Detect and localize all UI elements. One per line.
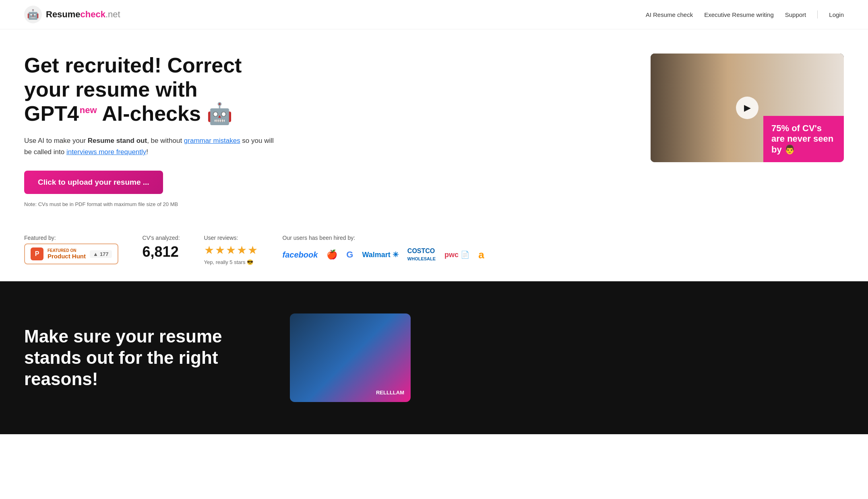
product-hunt-badge[interactable]: P FEATURED ON Product Hunt ▲ 177	[24, 243, 118, 264]
new-badge: new	[80, 105, 97, 115]
upload-resume-button[interactable]: Click to upload your resume ...	[24, 171, 163, 194]
cvs-count: 6,812	[143, 243, 180, 260]
amazon-logo: a	[478, 249, 484, 261]
featured-stat: Featured by: P FEATURED ON Product Hunt …	[24, 235, 118, 264]
nav-divider	[817, 10, 818, 19]
dark-section-image: RELLLLAM	[290, 313, 411, 402]
video-overlay-text: 75% of CV's are never seen by 👨	[763, 116, 844, 162]
apple-logo: 🍎	[327, 250, 337, 260]
hired-by-stat: Our users has been hired by: facebook 🍎 …	[283, 235, 484, 262]
logo-text: Resumecheck.net	[46, 9, 120, 20]
featured-label: Featured by:	[24, 235, 118, 241]
costco-logo: COSTCOWHOLESALE	[407, 247, 436, 262]
login-link[interactable]: Login	[829, 11, 844, 18]
google-logo: G	[346, 250, 353, 260]
hero-section: Get recruited! Correct your resume with …	[0, 29, 868, 223]
stars-note: Yep, really 5 stars 😎	[204, 259, 258, 265]
reviews-stat: User reviews: ★★★★★ Yep, really 5 stars …	[204, 235, 258, 265]
product-hunt-icon: P	[31, 247, 43, 260]
cvs-label: CV's analyzed:	[143, 235, 180, 241]
reviews-label: User reviews:	[204, 235, 258, 241]
stats-bar: Featured by: P FEATURED ON Product Hunt …	[0, 223, 868, 281]
star-rating: ★★★★★	[204, 243, 258, 257]
nav-links: AI Resume check Executive Resume writing…	[646, 10, 844, 19]
hero-title: Get recruited! Correct your resume with …	[24, 54, 274, 126]
dark-section: Make sure your resume stands out for the…	[0, 281, 868, 434]
pwc-logo: pwc 📄	[444, 250, 469, 259]
nav-ai-resume[interactable]: AI Resume check	[646, 11, 693, 18]
company-logos: facebook 🍎 G Walmart ✳ COSTCOWHOLESALE p…	[283, 247, 484, 262]
nav-support[interactable]: Support	[785, 11, 806, 18]
dark-section-title: Make sure your resume stands out for the…	[24, 326, 266, 390]
logo-link[interactable]: 🤖 Resumecheck.net	[24, 6, 120, 23]
logo-icon: 🤖	[24, 6, 42, 23]
ph-upvote: ▲ 177	[90, 250, 112, 258]
facebook-logo: facebook	[283, 250, 318, 260]
navbar: 🤖 Resumecheck.net AI Resume check Execut…	[0, 0, 868, 29]
hero-video[interactable]: 75% of CV's are never seen by 👨 ▶	[651, 54, 844, 162]
nav-executive-resume[interactable]: Executive Resume writing	[704, 11, 774, 18]
cvs-stat: CV's analyzed: 6,812	[143, 235, 180, 260]
grammar-link[interactable]: grammar mistakes	[184, 137, 240, 144]
dark-text: Make sure your resume stands out for the…	[24, 326, 266, 390]
walmart-logo: Walmart ✳	[362, 250, 398, 259]
hero-left: Get recruited! Correct your resume with …	[24, 54, 274, 207]
hired-by-label: Our users has been hired by:	[283, 235, 484, 241]
upload-note: Note: CVs must be in PDF format with max…	[24, 201, 274, 207]
ph-text: FEATURED ON Product Hunt	[48, 248, 86, 260]
play-button[interactable]: ▶	[736, 97, 758, 119]
hero-subtitle: Use AI to make your Resume stand out, be…	[24, 135, 274, 158]
interviews-link[interactable]: interviews more frequently	[66, 148, 146, 156]
